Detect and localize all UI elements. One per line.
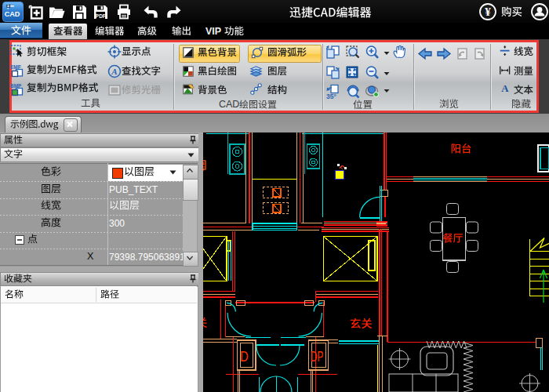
svg-text:A: A <box>111 67 117 76</box>
svg-text:¥: ¥ <box>485 5 491 18</box>
svg-text:35°: 35° <box>326 93 336 100</box>
svg-text:BMP: BMP <box>10 83 22 89</box>
svg-text:PDF: PDF <box>96 13 106 19</box>
svg-text:DP: DP <box>311 348 323 364</box>
svg-text:D: D <box>240 348 249 365</box>
svg-text:A: A <box>501 83 509 94</box>
svg-text:EMF: EMF <box>10 64 21 70</box>
svg-text:CAD: CAD <box>5 10 20 18</box>
